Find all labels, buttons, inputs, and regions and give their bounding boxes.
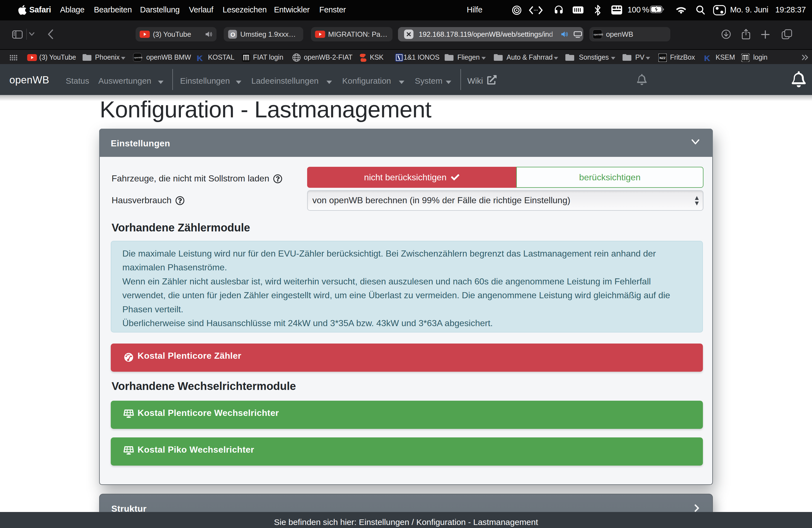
svg-text:NZZ: NZZ (659, 56, 666, 60)
